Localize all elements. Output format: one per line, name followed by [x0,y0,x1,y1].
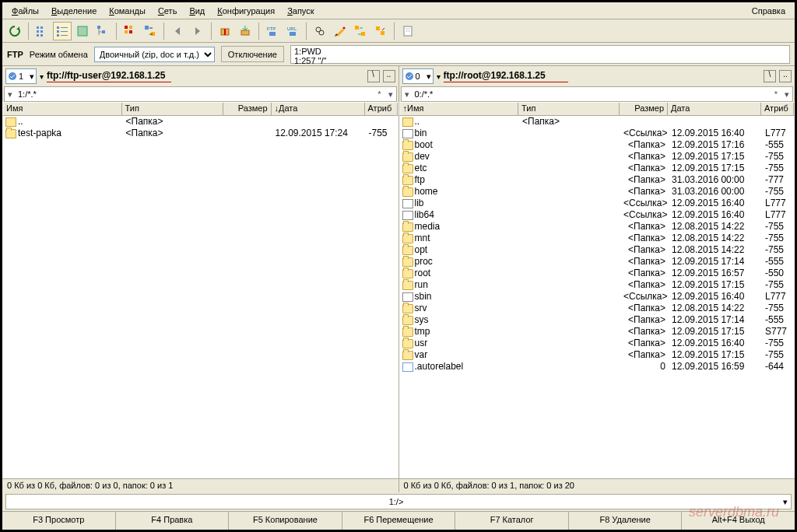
view-tree-button[interactable] [93,22,112,40]
view-thumb-button[interactable] [73,22,92,40]
left-drive-select[interactable]: 1▾ [5,68,37,84]
url-button[interactable]: URL [283,22,302,40]
left-history-button[interactable]: ▾ [5,89,16,100]
file-row[interactable]: srv<Папка>12.08.2015 14:22-755 [399,303,795,314]
svg-rect-17 [125,26,128,29]
file-row[interactable]: proc<Папка>12.09.2015 17:14-555 [399,256,795,268]
function-keys: F3 ПросмотрF4 ПравкаF5 КопированиеF6 Пер… [2,511,795,530]
svg-point-40 [9,72,16,80]
link-icon [402,199,413,208]
file-row[interactable]: lib64<Ссылка>12.09.2015 16:40L777 [399,209,795,221]
svg-point-41 [406,72,413,80]
invert-sel-button[interactable] [121,22,139,40]
folder-icon [402,187,413,197]
file-row[interactable]: ftp<Папка>31.03.2016 00:00-777 [399,174,795,186]
file-row[interactable]: bin<Ссылка>12.09.2015 16:40L777 [399,128,795,139]
copy-names-button[interactable] [371,22,390,40]
fkey-button[interactable]: F6 Перемещение [342,512,456,530]
forward-button[interactable] [188,22,207,40]
menu-item[interactable]: Сеть [152,5,183,17]
svg-rect-29 [290,32,296,36]
menu-item[interactable]: Запуск [281,5,320,17]
link-icon [402,129,413,138]
svg-rect-24 [224,29,226,35]
file-row[interactable]: ..<Папка> [2,116,398,128]
file-row[interactable]: boot<Папка>12.09.2015 17:16-555 [399,139,795,151]
file-row[interactable]: run<Папка>12.09.2015 17:15-755 [399,279,795,291]
file-row[interactable]: home<Папка>31.03.2016 00:00-755 [399,186,795,198]
menu-help[interactable]: Справка [746,5,792,17]
search-button[interactable] [311,22,329,40]
menu-item[interactable]: Конфигурация [211,5,281,17]
file-icon [402,362,413,372]
file-row[interactable]: root<Папка>12.09.2015 16:57-550 [399,268,795,279]
left-header[interactable]: Имя Тип Размер ↓Дата Атриб [2,102,398,116]
left-fav-button[interactable]: * [374,89,385,99]
file-row[interactable]: lib<Ссылка>12.09.2015 16:40L777 [399,198,795,209]
right-root-button[interactable]: \ [764,70,776,82]
svg-rect-4 [40,30,43,33]
svg-rect-6 [57,26,59,29]
file-row[interactable]: ..<Папка> [399,116,795,128]
file-row[interactable]: .autorelabel012.09.2015 16:59-644 [399,361,795,373]
file-row[interactable]: sbin<Ссылка>12.09.2015 16:40L777 [399,291,795,303]
file-row[interactable]: opt<Папка>12.08.2015 14:22-755 [399,244,795,256]
folder-icon [402,316,413,325]
col-size: Размер [223,103,272,115]
ftp-button[interactable]: FTP [263,22,282,40]
folder-icon [5,129,16,138]
folder-icon [402,257,413,267]
right-path[interactable]: 0:/*.* [413,89,771,99]
left-root-button[interactable]: \ [367,70,380,82]
pack-button[interactable] [216,22,234,40]
command-line[interactable]: 1:/> ▾ [5,494,792,509]
fkey-button[interactable]: F3 Просмотр [2,512,116,530]
left-history2-button[interactable]: ▾ [385,89,396,100]
svg-rect-8 [57,30,59,33]
fkey-button[interactable]: F5 Копирование [229,512,342,530]
disconnect-button[interactable]: Отключение [221,46,284,62]
right-fav-button[interactable]: * [771,89,781,99]
menu-item[interactable]: Файлы [5,5,45,17]
unpack-button[interactable] [236,22,255,40]
right-file-list[interactable]: ..<Папка>bin<Ссылка>12.09.2015 16:40L777… [399,116,795,478]
multi-rename-button[interactable] [331,22,349,40]
right-history-button[interactable]: ▾ [402,89,413,100]
file-row[interactable]: usr<Папка>12.09.2015 16:40-755 [399,338,795,349]
right-address: ftp://root@192.168.1.25 [444,70,761,82]
right-history2-button[interactable]: ▾ [781,89,792,100]
view-full-button[interactable] [53,22,72,40]
folder-icon [402,246,413,255]
svg-rect-9 [61,31,68,32]
refresh-button[interactable] [5,22,24,40]
file-row[interactable]: sys<Папка>12.09.2015 17:14-555 [399,314,795,326]
file-row[interactable]: media<Папка>12.08.2015 14:22-755 [399,221,795,233]
file-row[interactable]: tmp<Папка>12.09.2015 17:15S777 [399,326,795,338]
fkey-button[interactable]: Alt+F4 Выход [682,512,795,530]
fkey-button[interactable]: F7 Каталог [455,512,569,530]
fkey-button[interactable]: F8 Удаление [569,512,683,530]
file-row[interactable]: etc<Папка>12.09.2015 17:15-755 [399,163,795,174]
file-row[interactable]: mnt<Папка>12.08.2015 14:22-755 [399,233,795,244]
right-header[interactable]: ↑Имя Тип Размер Дата Атриб [399,102,795,116]
view-brief-button[interactable] [33,22,51,40]
notepad-button[interactable] [398,22,417,40]
file-row[interactable]: test-papka<Папка>12.09.2015 17:24-755 [2,128,398,139]
sync-button[interactable] [351,22,370,40]
file-row[interactable]: dev<Папка>12.09.2015 17:15-755 [399,151,795,163]
menu-item[interactable]: Выделение [45,5,103,17]
swap-panels-button[interactable] [141,22,160,40]
left-path[interactable]: 1:/*.* [16,89,374,99]
left-up-button[interactable]: .. [383,70,395,82]
folder-icon [402,234,413,243]
fkey-button[interactable]: F4 Правка [116,512,230,530]
up-icon [402,117,413,127]
file-row[interactable]: var<Папка>12.09.2015 17:15-755 [399,349,795,361]
back-button[interactable] [168,22,187,40]
left-file-list[interactable]: ..<Папка>test-papka<Папка>12.09.2015 17:… [2,116,398,478]
transfer-mode-select[interactable]: Двоичный (zip, doc и т.д.) [94,47,215,62]
right-drive-select[interactable]: 0▾ [402,68,434,84]
menu-item[interactable]: Команды [103,5,152,17]
right-up-button[interactable]: .. [779,70,792,82]
menu-item[interactable]: Вид [183,5,211,17]
